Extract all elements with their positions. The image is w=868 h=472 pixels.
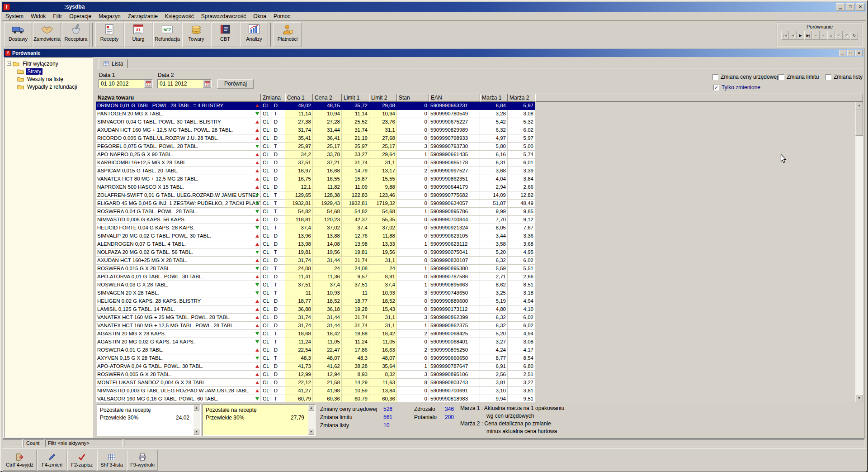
toolbar-button-dostawy[interactable]: Dostawy: [4, 22, 32, 47]
bottom-button-f9-wydruki[interactable]: F9-wydruki: [127, 450, 158, 471]
toolbar-button-cbt[interactable]: CBT: [211, 22, 239, 47]
column-header-cena1[interactable]: Cena 1: [285, 94, 313, 102]
table-row[interactable]: NAPROXEN 500 HASCO X 15 TABL.CLD12,111,8…: [96, 183, 535, 191]
menu-widok[interactable]: Widok: [27, 12, 49, 21]
menu-filtr[interactable]: Filtr: [49, 12, 66, 21]
table-row[interactable]: ROSWERA 0,03 G X 28 TABL.CLT37,5137,437,…: [96, 281, 535, 289]
table-row[interactable]: NOLPAZA 20 MG 0,02 G TABL. 56 TABL.CLT19…: [96, 248, 535, 257]
menu-system[interactable]: System: [2, 12, 27, 21]
nav-post-button[interactable]: ✔: [835, 31, 843, 40]
toolbar-button-recepty[interactable]: Recepty: [95, 22, 123, 47]
table-row[interactable]: HELICID FORTE 0,04 G KAPS. 28 KAPS.CLT37…: [96, 224, 535, 232]
comparison-titlebar[interactable]: f Porównanie ▁ □ ✕: [4, 49, 863, 57]
column-header-ean[interactable]: EAN: [429, 94, 480, 102]
table-row[interactable]: AXYVEN 0,15 G X 28 TABL.CLT48,348,0748,3…: [96, 354, 535, 362]
table-row[interactable]: APO-ATORVA 0,01 G TABL. POWL. 30 TABL.CL…: [96, 273, 535, 281]
table-row[interactable]: SIMVALIP 20 MG 0,02 G TABL. POWL. 30 TAB…: [96, 232, 535, 240]
table-row[interactable]: ZOLAFREN-SWIFT 0,01 G TABL. ULEG.ROZPAD.…: [96, 191, 535, 200]
bottom-button-ctrlf4-wyjdź[interactable]: CtrlF4-wyjdź: [3, 450, 37, 471]
column-header-name[interactable]: Nazwa towaru: [96, 94, 261, 102]
table-row[interactable]: VANATEX HCT 160 MG + 25 MG TABL. POWL. 2…: [96, 314, 535, 322]
menu-okna[interactable]: Okna: [250, 12, 270, 21]
toolbar-button-utarg[interactable]: 31Utarg: [124, 22, 152, 47]
nav-first-button[interactable]: |◀: [781, 31, 789, 40]
table-row[interactable]: ELIGARD 45 MG 0,045 G INJ. 1 ZESTAW: PUD…: [96, 200, 535, 208]
child-maximize-icon[interactable]: □: [847, 50, 854, 56]
table-row[interactable]: SIMVAGEN 20 X 28 TABL.CLT1110,931110,933…: [96, 289, 535, 297]
table-row[interactable]: APO-ATORVA 0,04 G TABL. POWL. 30 TABL.CL…: [96, 362, 535, 371]
maximize-icon[interactable]: □: [846, 3, 855, 11]
toolbar-button-analizy[interactable]: Analizy: [240, 22, 268, 47]
table-row[interactable]: VANATEX HCT 80 MG + 12,5 MG 28 TABL.CLD1…: [96, 175, 535, 183]
child-close-icon[interactable]: ✕: [855, 50, 863, 56]
column-header-marza2[interactable]: Marża 2: [508, 94, 535, 102]
table-row[interactable]: NIMVASTID 0,003 G TABL.ULEG.ROZPAD.W JAM…: [96, 387, 535, 395]
table-row[interactable]: MONTELUKAST SANDOZ 0,004 G X 28 TABL.CLD…: [96, 379, 535, 387]
table-row[interactable]: DRIMON 0,01 G TABL. POWL. 28 TABL. = 4 B…: [96, 102, 535, 110]
table-row[interactable]: ROSWERA 0,01 G 28 TABL.CLD22,5422,4717,8…: [96, 346, 535, 354]
table-row[interactable]: PANTOGEN 20 MG X TABL.CLT11,1410,9411,14…: [96, 110, 535, 118]
table-row[interactable]: KARBICOMBI 16+12,5 MG X 28 TABL.CLD37,51…: [96, 159, 535, 167]
table-row[interactable]: ALENDROGEN 0,07 G TABL. 4 TABL.CLD13,981…: [96, 240, 535, 248]
nav-cancel-button[interactable]: ✘: [843, 31, 850, 40]
minimize-icon[interactable]: ▁: [836, 3, 845, 11]
table-row[interactable]: ROSWERA 0,005 G X 28 TABL.CLD12,9912,948…: [96, 371, 535, 379]
scroll-up-icon[interactable]: ▲: [308, 405, 314, 411]
bottom-button-f4-zmień[interactable]: F4-zmień: [38, 450, 66, 471]
nav-last-button[interactable]: ▶|: [804, 31, 812, 40]
date1-input[interactable]: 01-10-2012 15: [99, 79, 153, 88]
table-row[interactable]: SIMVACOR 0,04 G TABL. POWL. 30 TABL. BLI…: [96, 118, 535, 126]
menu-księgowość[interactable]: Księgowość: [161, 12, 198, 21]
toolbar-button-receptura[interactable]: Receptura: [62, 22, 90, 47]
table-row[interactable]: ROSWERA 0,015 G X 28 TABL.CLT24,082424,0…: [96, 265, 535, 273]
mini-scrollbar[interactable]: ▲ ▼: [308, 405, 315, 435]
table-row[interactable]: AGASTIN 20 MG X 28 KAPS.CLT18,6818,4218,…: [96, 330, 535, 338]
mini-scrollbar[interactable]: ▲ ▼: [193, 405, 200, 435]
child-minimize-icon[interactable]: ▁: [839, 50, 846, 56]
date1-calendar-button[interactable]: 15: [144, 80, 152, 88]
column-header-cena2[interactable]: Cena 2: [313, 94, 342, 102]
date2-input[interactable]: 01-11-2012 15: [157, 79, 212, 88]
nav-edit-button[interactable]: ▲: [827, 31, 835, 40]
menu-operacje[interactable]: Operacje: [66, 12, 95, 21]
table-row[interactable]: VANATEX HCT 160 MG + 12,5 MG TABL. POWL.…: [96, 322, 535, 330]
table-row[interactable]: RICORDO 0,005 G TABL.UL.ROZP.W J.U. 28 T…: [96, 134, 535, 143]
table-row[interactable]: PEGOREL 0,075 G TABL. POWL. 28 TABL.CLT2…: [96, 143, 535, 151]
main-titlebar[interactable]: f :sysdba ▁ □ ✕: [2, 2, 866, 12]
table-row[interactable]: NIMVASTID 0,006 G KAPS. 56 KAPS.CLD118,8…: [96, 216, 535, 224]
table-row[interactable]: AGASTIN 20 MG 0,02 G KAPS. 14 KAPS.CLT11…: [96, 338, 535, 346]
tree-item-straty[interactable]: Straty: [5, 67, 92, 75]
close-icon[interactable]: ✕: [856, 3, 865, 11]
menu-sprawozdawczość[interactable]: Sprawozdawczość: [198, 12, 250, 21]
nav-next-button[interactable]: ▶: [797, 31, 804, 40]
scroll-up-icon[interactable]: ▲: [855, 102, 863, 110]
tree-collapse-icon[interactable]: -: [7, 62, 11, 66]
menu-zarządzanie[interactable]: Zarządzanie: [124, 12, 161, 21]
vertical-scrollbar[interactable]: ▲ ▼: [855, 102, 863, 402]
bottom-button-shf3-lista[interactable]: ShF3-lista: [97, 450, 126, 471]
table-row[interactable]: VALSACOR 160 MG 0,16 G TABL. POWL. 60 TA…: [96, 395, 535, 402]
tree-item-wypadły-z-refundacji[interactable]: Wypadły z refundacji: [5, 83, 92, 91]
bottom-button-f2-zapisz[interactable]: F2-zapisz: [67, 450, 96, 471]
table-row[interactable]: ROSWERA 0,04 G TABL. POWL. 28 TABL.CLT54…: [96, 208, 535, 216]
nav-insert-button[interactable]: +: [812, 31, 820, 40]
table-row[interactable]: ASPICAM 0,015 G TABL. 20 TABL.CLD16,9716…: [96, 167, 535, 175]
column-header-marza1[interactable]: Marża 1: [480, 94, 508, 102]
nav-prior-button[interactable]: ◀: [789, 31, 797, 40]
toolbar-button-płatności[interactable]: Płatności: [274, 22, 302, 47]
column-header-change[interactable]: Zmiana: [261, 94, 285, 102]
menu-magazyn[interactable]: Magazyn: [95, 12, 124, 21]
table-row[interactable]: LAMISIL 0,125 G TABL. 14 TABL.CLD36,8836…: [96, 305, 535, 314]
column-header-limit1[interactable]: Limit 1: [342, 94, 369, 102]
checkbox-zmiana-limitu[interactable]: Zmiana limitu: [778, 74, 819, 80]
table-row[interactable]: HELIGEN 0,02 G KAPS. 28 KAPS. BLISTRYCLD…: [96, 297, 535, 305]
tab-lista[interactable]: Lista: [99, 59, 127, 68]
scroll-down-icon[interactable]: ▼: [855, 395, 863, 402]
checkbox-zmiana-ceny-urzędowej[interactable]: Zmiana ceny urzędowej: [712, 74, 778, 80]
toolbar-button-zamówienia[interactable]: Zamówienia: [33, 22, 61, 47]
tree-root[interactable]: - Filtr wyłączony: [5, 60, 92, 67]
checkbox-zmiana-listy[interactable]: Zmiana listy: [826, 74, 863, 80]
column-header-limit2[interactable]: Limit 2: [369, 94, 397, 102]
table-row[interactable]: APO-NAPRO 0,25 G X 90 TABL.CLD34,233,783…: [96, 151, 535, 159]
checkbox-tylko-zmienione[interactable]: ✓Tylko zmienione: [713, 84, 760, 91]
